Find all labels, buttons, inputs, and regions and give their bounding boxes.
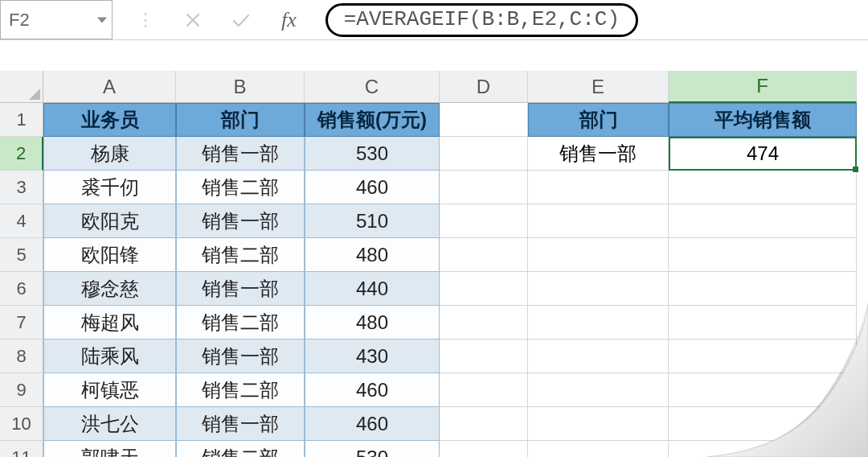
row-header-3[interactable]: 3 [0,171,43,204]
cell-A8[interactable]: 陆乘风 [43,340,176,373]
cell-F7[interactable] [669,306,857,340]
name-box-dropdown-icon[interactable] [97,17,107,23]
formula-input[interactable]: =AVERAGEIF(B:B,E2,C:C) [326,3,638,37]
cell-D3[interactable] [440,171,528,204]
cell-F8[interactable] [669,340,857,373]
cell-B10[interactable]: 销售一部 [176,407,305,441]
cell-C7[interactable]: 480 [305,306,440,340]
cell-D11[interactable] [440,441,528,457]
cell-E10[interactable] [528,407,669,441]
cell-A10[interactable]: 洪七公 [43,407,176,441]
formula-controls: ⋮ fx [113,0,321,39]
cell-E6[interactable] [528,272,669,306]
row-header-11[interactable]: 11 [0,441,43,457]
cell-B2[interactable]: 销售一部 [176,137,305,171]
cell-C3[interactable]: 460 [305,171,440,204]
cancel-icon[interactable] [185,12,201,28]
col-header-E[interactable]: E [528,71,669,103]
cell-C4[interactable]: 510 [305,204,440,238]
cell-C2[interactable]: 530 [305,137,440,171]
cell-C11[interactable]: 530 [305,441,440,457]
row-header-2[interactable]: 2 [0,137,43,171]
row-header-1[interactable]: 1 [0,103,43,137]
cell-D6[interactable] [440,272,528,306]
fx-icon[interactable]: fx [281,8,297,32]
cell-D8[interactable] [440,340,528,373]
cell-E8[interactable] [528,340,669,373]
spreadsheet-grid: A B C D E F 1 业务员 部门 销售额(万元) 部门 平均销售额 2 … [0,71,868,457]
cell-E7[interactable] [528,306,669,340]
cell-D5[interactable] [440,238,528,272]
cell-E4[interactable] [528,204,669,238]
row-header-5[interactable]: 5 [0,238,43,272]
row-header-10[interactable]: 10 [0,407,43,441]
cell-A3[interactable]: 裘千仞 [43,171,176,204]
cell-E2[interactable]: 销售一部 [528,137,669,171]
cell-E9[interactable] [528,373,669,407]
cell-A6[interactable]: 穆念慈 [43,272,176,306]
name-box[interactable]: F2 [0,0,113,39]
cell-A9[interactable]: 柯镇恶 [43,373,176,407]
cell-B1[interactable]: 部门 [176,103,305,137]
cell-A2[interactable]: 杨康 [43,137,176,171]
cell-D7[interactable] [440,306,528,340]
col-header-F[interactable]: F [669,71,857,103]
cell-B4[interactable]: 销售一部 [176,204,305,238]
cell-D4[interactable] [440,204,528,238]
name-box-text: F2 [9,10,30,31]
cell-B7[interactable]: 销售二部 [176,306,305,340]
cell-B3[interactable]: 销售二部 [176,171,305,204]
col-header-D[interactable]: D [440,71,528,103]
row-header-8[interactable]: 8 [0,340,43,373]
formula-bar: F2 ⋮ fx =AVERAGEIF(B:B,E2,C:C) [0,0,868,40]
cell-C1[interactable]: 销售额(万元) [305,103,440,137]
cell-F5[interactable] [669,238,857,272]
row-header-7[interactable]: 7 [0,306,43,340]
cell-F10[interactable] [669,407,857,441]
row-header-9[interactable]: 9 [0,373,43,407]
cell-F2[interactable]: 474 [669,137,857,171]
cell-C9[interactable]: 460 [305,373,440,407]
enter-icon[interactable] [231,12,251,28]
cell-D1[interactable] [440,103,528,137]
separator-icon: ⋮ [137,10,154,31]
cell-B5[interactable]: 销售二部 [176,238,305,272]
select-all-corner[interactable] [0,71,43,103]
cell-D9[interactable] [440,373,528,407]
formula-input-wrap[interactable]: =AVERAGEIF(B:B,E2,C:C) [321,0,868,39]
cell-B6[interactable]: 销售一部 [176,272,305,306]
col-header-B[interactable]: B [176,71,305,103]
cell-A4[interactable]: 欧阳克 [43,204,176,238]
row-header-4[interactable]: 4 [0,204,43,238]
cell-C6[interactable]: 440 [305,272,440,306]
cell-E1[interactable]: 部门 [528,103,669,137]
cell-F11[interactable] [669,441,857,457]
cell-C8[interactable]: 430 [305,340,440,373]
cell-F4[interactable] [669,204,857,238]
cell-E11[interactable] [528,441,669,457]
spacer [0,40,868,71]
col-header-C[interactable]: C [305,71,440,103]
cell-D2[interactable] [440,137,528,171]
cell-A1[interactable]: 业务员 [43,103,176,137]
row-header-6[interactable]: 6 [0,272,43,306]
cell-B9[interactable]: 销售二部 [176,373,305,407]
cell-A7[interactable]: 梅超风 [43,306,176,340]
cell-E5[interactable] [528,238,669,272]
cell-B8[interactable]: 销售一部 [176,340,305,373]
cell-C10[interactable]: 460 [305,407,440,441]
cell-A11[interactable]: 郭啸天 [43,441,176,457]
cell-C5[interactable]: 480 [305,238,440,272]
cell-F6[interactable] [669,272,857,306]
cell-A5[interactable]: 欧阳锋 [43,238,176,272]
col-header-A[interactable]: A [43,71,176,103]
cell-F1[interactable]: 平均销售额 [669,103,857,137]
cell-D10[interactable] [440,407,528,441]
cell-F3[interactable] [669,171,857,204]
cell-F9[interactable] [669,373,857,407]
cell-E3[interactable] [528,171,669,204]
cell-B11[interactable]: 销售二部 [176,441,305,457]
